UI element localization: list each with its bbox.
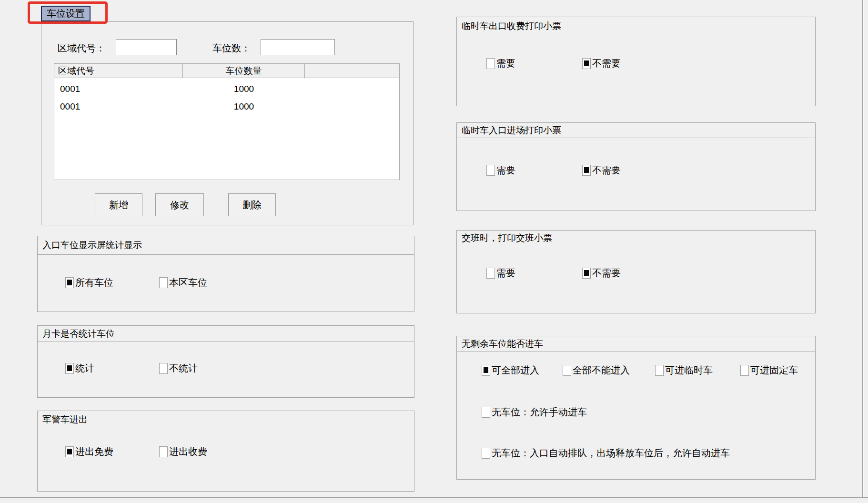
cell-area-code: 0001 xyxy=(54,84,183,94)
group-title: 临时车出口收费打印小票 xyxy=(457,17,815,35)
checkbox-icon[interactable] xyxy=(563,365,571,376)
option-no-count[interactable]: 不统计 xyxy=(159,362,198,374)
option-label: 统计 xyxy=(75,362,94,375)
group-title: 交班时，打印交班小票 xyxy=(457,231,815,246)
delete-button[interactable]: 删除 xyxy=(228,193,276,216)
option-label: 不需要 xyxy=(592,267,621,280)
cell-space-count: 1000 xyxy=(183,84,305,94)
group-monthly-card: 月卡是否统计车位 统计 不统计 xyxy=(37,325,414,398)
option-label: 本区车位 xyxy=(169,276,207,289)
cell-area-code: 0001 xyxy=(54,101,183,112)
checkbox-icon[interactable] xyxy=(582,268,591,279)
option-all-spaces[interactable]: 所有车位 xyxy=(65,276,113,289)
option-zone-spaces[interactable]: 本区车位 xyxy=(159,276,207,289)
option-no-need[interactable]: 不需要 xyxy=(582,57,621,70)
area-table: 区域代号 车位数量 0001100000011000 xyxy=(54,63,400,180)
group-military-police: 军警车进出 进出免费 进出收费 xyxy=(37,411,414,492)
table-header-space-count[interactable]: 车位数量 xyxy=(183,64,305,78)
area-table-header: 区域代号 车位数量 xyxy=(54,64,399,78)
option-label: 所有车位 xyxy=(75,276,113,289)
option-no-need[interactable]: 不需要 xyxy=(582,267,621,279)
option-label: 需要 xyxy=(496,164,515,177)
option-label: 无车位：入口自动排队，出场释放车位后，允许自动进车 xyxy=(492,447,730,460)
table-row[interactable]: 00011000 xyxy=(54,80,399,98)
option-no-need[interactable]: 不需要 xyxy=(582,164,621,176)
tab-parking-settings[interactable]: 车位设置 xyxy=(41,6,91,21)
checkbox-icon[interactable] xyxy=(486,165,495,176)
option-need[interactable]: 需要 xyxy=(486,57,515,70)
checkbox-icon[interactable] xyxy=(486,268,495,279)
table-row[interactable]: 00011000 xyxy=(54,98,399,115)
option-label: 可进临时车 xyxy=(665,364,713,377)
option-label: 不统计 xyxy=(169,362,198,375)
checkbox-icon[interactable] xyxy=(65,446,74,457)
add-button[interactable]: 新增 xyxy=(95,193,142,216)
group-temp-entry-ticket: 临时车入口进场打印小票 需要 不需要 xyxy=(456,122,816,211)
option-none-can-enter[interactable]: 全部不能进入 xyxy=(563,364,630,376)
option-temp-can-enter[interactable]: 可进临时车 xyxy=(655,364,713,376)
option-fixed-can-enter[interactable]: 可进固定车 xyxy=(740,364,798,376)
table-body: 0001100000011000 xyxy=(54,78,399,115)
option-auto-queue-entry[interactable]: 无车位：入口自动排队，出场释放车位后，允许自动进车 xyxy=(482,447,730,459)
group-temp-exit-ticket: 临时车出口收费打印小票 需要 不需要 xyxy=(456,17,816,106)
group-title: 无剩余车位能否进车 xyxy=(457,336,815,352)
modify-button[interactable]: 修改 xyxy=(155,193,204,216)
checkbox-icon[interactable] xyxy=(655,365,664,376)
option-charged-in-out[interactable]: 进出收费 xyxy=(159,445,207,458)
option-label: 全部不能进入 xyxy=(573,364,630,377)
option-need[interactable]: 需要 xyxy=(486,267,515,279)
checkbox-icon[interactable] xyxy=(159,363,168,374)
group-shift-ticket: 交班时，打印交班小票 需要 不需要 xyxy=(456,230,816,313)
table-header-area-code[interactable]: 区域代号 xyxy=(54,64,183,78)
parking-settings-page: 车位设置 区域代号： 车位数： 区域代号 车位数量 00011000000110… xyxy=(0,0,868,503)
checkbox-icon[interactable] xyxy=(740,365,749,376)
group-title: 月卡是否统计车位 xyxy=(38,326,414,342)
checkbox-icon[interactable] xyxy=(582,58,591,69)
checkbox-icon[interactable] xyxy=(159,277,168,288)
option-label: 不需要 xyxy=(592,164,621,177)
checkbox-icon[interactable] xyxy=(65,277,74,288)
option-count[interactable]: 统计 xyxy=(65,362,94,374)
checkbox-icon[interactable] xyxy=(482,407,490,418)
group-entry-display: 入口车位显示屏统计显示 所有车位 本区车位 xyxy=(37,236,414,312)
space-count-input[interactable] xyxy=(261,39,335,55)
option-free-in-out[interactable]: 进出免费 xyxy=(65,445,113,458)
checkbox-icon[interactable] xyxy=(65,363,74,374)
option-label: 进出收费 xyxy=(169,445,207,458)
group-no-space-policy: 无剩余车位能否进车 可全部进入 全部不能进入 可进临时车 可进固定车 无车位：允… xyxy=(456,336,816,480)
checkbox-icon[interactable] xyxy=(486,58,495,69)
checkbox-icon[interactable] xyxy=(482,448,490,459)
window-right-border xyxy=(862,0,864,498)
option-label: 无车位：允许手动进车 xyxy=(492,406,587,419)
table-header-empty[interactable] xyxy=(305,64,399,78)
option-label: 进出免费 xyxy=(75,445,113,458)
option-all-can-enter[interactable]: 可全部进入 xyxy=(482,364,539,376)
window-bottom-border xyxy=(0,497,868,498)
group-title: 军警车进出 xyxy=(38,411,414,428)
option-label: 可全部进入 xyxy=(492,364,539,377)
group-title: 临时车入口进场打印小票 xyxy=(457,123,815,138)
area-code-input[interactable] xyxy=(116,39,177,55)
checkbox-icon[interactable] xyxy=(582,165,591,176)
cell-space-count: 1000 xyxy=(183,101,305,112)
option-label: 不需要 xyxy=(592,57,621,70)
option-label: 需要 xyxy=(496,267,515,280)
space-count-label: 车位数： xyxy=(212,40,251,56)
area-code-label: 区域代号： xyxy=(58,40,105,56)
option-manual-entry-allowed[interactable]: 无车位：允许手动进车 xyxy=(482,406,587,418)
group-title: 入口车位显示屏统计显示 xyxy=(38,236,414,255)
option-label: 可进固定车 xyxy=(750,364,798,377)
checkbox-icon[interactable] xyxy=(159,446,168,457)
group-area-settings: 区域代号： 车位数： 区域代号 车位数量 0001100000011000 新增… xyxy=(41,21,414,225)
checkbox-icon[interactable] xyxy=(482,365,490,376)
option-need[interactable]: 需要 xyxy=(486,164,515,176)
option-label: 需要 xyxy=(496,57,515,70)
